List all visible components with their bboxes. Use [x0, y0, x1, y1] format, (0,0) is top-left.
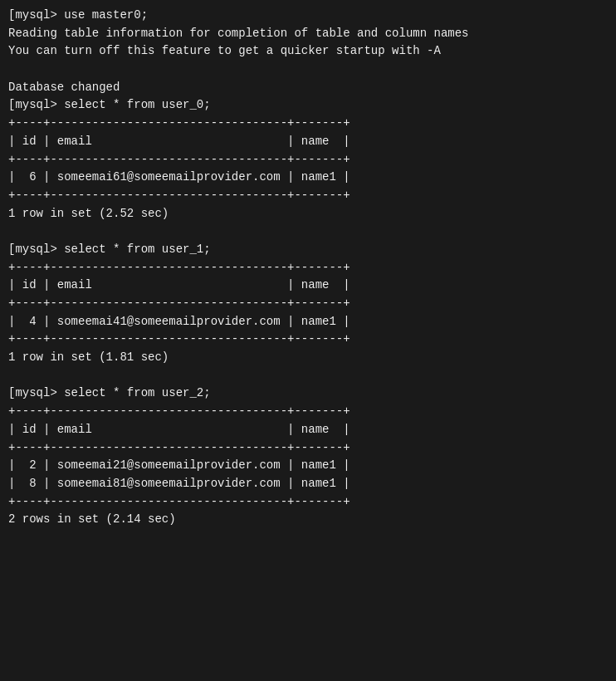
terminal-output: [mysql> use master0; Reading table infor…	[8, 7, 608, 529]
